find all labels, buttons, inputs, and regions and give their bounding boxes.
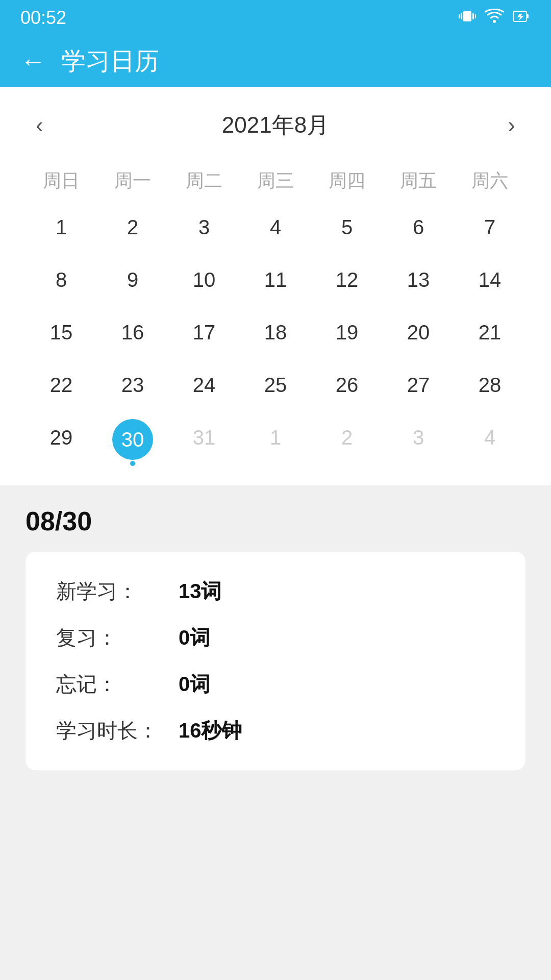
weekday-headers: 周日 周一 周二 周三 周四 周五 周六 (26, 163, 525, 199)
day-cell[interactable]: 26 (311, 366, 383, 404)
svg-rect-4 (475, 14, 476, 18)
forget-row: 忘记： 0词 (56, 670, 495, 698)
day-cell[interactable]: 31 (168, 419, 240, 460)
forget-label: 忘记： (56, 670, 179, 698)
day-cell[interactable]: 17 (168, 314, 240, 351)
day-cell[interactable]: 22 (26, 366, 97, 404)
day-cell[interactable]: 1 (26, 209, 97, 246)
status-icons (458, 7, 531, 29)
calendar-container: ‹ 2021年8月 › 周日 周一 周二 周三 周四 周五 周六 1234567… (0, 87, 551, 485)
day-cell[interactable]: 28 (454, 366, 525, 404)
day-cell[interactable]: 4 (240, 209, 311, 246)
review-label: 复习： (56, 624, 179, 652)
day-cell[interactable]: 4 (454, 419, 525, 460)
svg-rect-0 (463, 11, 471, 21)
svg-rect-3 (459, 14, 460, 18)
weekday-thu: 周四 (311, 163, 383, 199)
study-time-row: 学习时长： 16秒钟 (56, 717, 495, 745)
weekday-mon: 周一 (97, 163, 168, 199)
weekday-fri: 周五 (383, 163, 454, 199)
month-navigation: ‹ 2021年8月 › (26, 107, 525, 143)
study-time-value: 16秒钟 (179, 717, 242, 745)
day-cell[interactable]: 14 (454, 261, 525, 299)
day-cell[interactable]: 29 (26, 419, 97, 460)
day-cell[interactable]: 11 (240, 261, 311, 299)
day-cell[interactable]: 30 (112, 419, 153, 460)
day-cell[interactable]: 1 (240, 419, 311, 460)
new-words-label: 新学习： (56, 577, 179, 605)
vibrate-icon (458, 7, 477, 29)
forget-value: 0词 (179, 670, 210, 698)
day-cell[interactable]: 20 (383, 314, 454, 351)
day-cell[interactable]: 13 (383, 261, 454, 299)
svg-point-5 (493, 20, 496, 23)
weekday-tue: 周二 (168, 163, 240, 199)
weekday-sat: 周六 (454, 163, 525, 199)
day-cell[interactable]: 10 (168, 261, 240, 299)
status-bar: 00:52 (0, 0, 551, 36)
day-cell[interactable]: 23 (97, 366, 168, 404)
svg-rect-2 (472, 13, 474, 19)
day-cell[interactable]: 16 (97, 314, 168, 351)
next-month-button[interactable]: › (497, 107, 525, 143)
weekday-sun: 周日 (26, 163, 97, 199)
review-value: 0词 (179, 624, 210, 652)
prev-month-button[interactable]: ‹ (26, 107, 54, 143)
status-time: 00:52 (20, 7, 66, 29)
day-cell[interactable]: 12 (311, 261, 383, 299)
day-cell[interactable]: 2 (97, 209, 168, 246)
back-button[interactable]: ← (20, 48, 46, 74)
study-time-label: 学习时长： (56, 717, 179, 745)
day-cell[interactable]: 8 (26, 261, 97, 299)
day-cell[interactable]: 7 (454, 209, 525, 246)
detail-section: 08/30 新学习： 13词 复习： 0词 忘记： 0词 学习时长： 16秒钟 (0, 485, 551, 791)
day-cell[interactable]: 24 (168, 366, 240, 404)
day-cell[interactable]: 9 (97, 261, 168, 299)
day-cell[interactable]: 2 (311, 419, 383, 460)
selected-date: 08/30 (26, 506, 525, 536)
day-cell[interactable]: 21 (454, 314, 525, 351)
day-cell[interactable]: 18 (240, 314, 311, 351)
svg-rect-7 (527, 14, 529, 18)
day-cell[interactable]: 3 (383, 419, 454, 460)
day-cell[interactable]: 15 (26, 314, 97, 351)
calendar-days-grid: 1234567891011121314151617181920212223242… (26, 209, 525, 460)
page-title: 学习日历 (61, 45, 159, 78)
day-cell[interactable]: 25 (240, 366, 311, 404)
wifi-icon (485, 9, 504, 28)
svg-rect-1 (461, 13, 462, 19)
battery-icon (512, 7, 531, 29)
month-title: 2021年8月 (222, 110, 329, 140)
app-header: ← 学习日历 (0, 36, 551, 87)
day-cell[interactable]: 5 (311, 209, 383, 246)
new-words-row: 新学习： 13词 (56, 577, 495, 605)
day-cell[interactable]: 6 (383, 209, 454, 246)
new-words-value: 13词 (179, 577, 222, 605)
stats-card: 新学习： 13词 复习： 0词 忘记： 0词 学习时长： 16秒钟 (26, 552, 525, 770)
day-cell[interactable]: 27 (383, 366, 454, 404)
day-cell[interactable]: 19 (311, 314, 383, 351)
review-row: 复习： 0词 (56, 624, 495, 652)
weekday-wed: 周三 (240, 163, 311, 199)
day-cell[interactable]: 3 (168, 209, 240, 246)
